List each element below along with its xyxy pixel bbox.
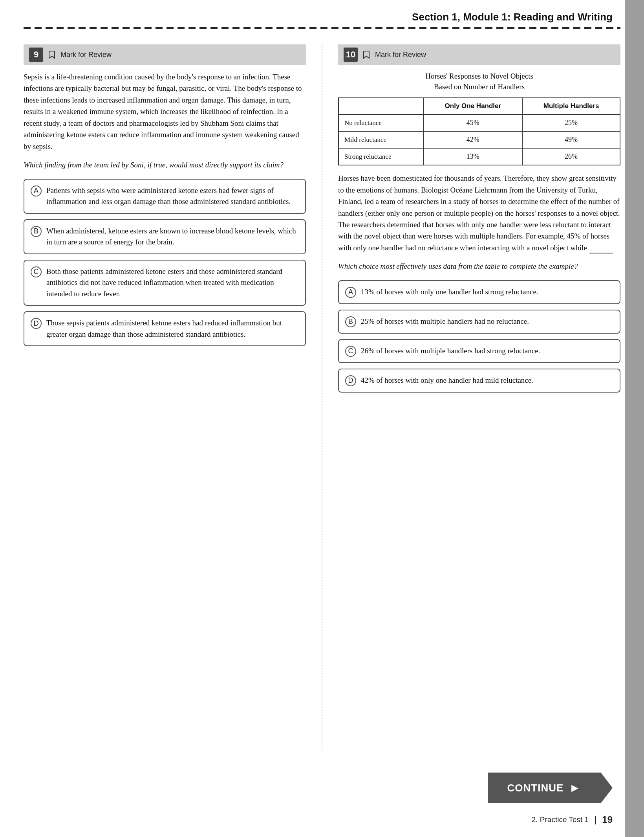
continue-arrow-icon: ► bbox=[569, 781, 581, 795]
table-row-1-multi: 25% bbox=[522, 114, 620, 131]
mark-review-9-label[interactable]: Mark for Review bbox=[60, 51, 112, 59]
table-header-1: Only One Handler bbox=[424, 98, 523, 114]
table-title: Horses' Responses to Novel Objects Based… bbox=[338, 71, 620, 92]
question-10-column: 10 Mark for Review Horses' Responses to … bbox=[322, 44, 620, 749]
choice-9-d-letter: D bbox=[31, 318, 42, 329]
page-info: 2. Practice Test 1 | 19 bbox=[0, 811, 644, 837]
question-9-choice-a[interactable]: A Patients with sepsis who were administ… bbox=[24, 179, 306, 214]
page-title: Section 1, Module 1: Reading and Writing bbox=[412, 11, 613, 23]
table-row-2-multi: 49% bbox=[522, 131, 620, 148]
table-row-3-one: 13% bbox=[424, 148, 523, 165]
table-row-2: Mild reluctance 42% 49% bbox=[338, 131, 620, 148]
continue-label: CONTINUE bbox=[507, 782, 564, 794]
choice-10-c-text: 26% of horses with multiple handlers had… bbox=[361, 345, 540, 357]
choice-9-b-text: When administered, ketone esters are kno… bbox=[46, 226, 299, 248]
table-row-2-one: 42% bbox=[424, 131, 523, 148]
table-title-line1: Horses' Responses to Novel Objects bbox=[338, 71, 620, 82]
footer: CONTINUE ► bbox=[0, 765, 644, 811]
header: Section 1, Module 1: Reading and Writing bbox=[0, 0, 644, 23]
question-9-prompt: Which finding from the team led by Soni,… bbox=[24, 159, 306, 171]
bookmark-icon-9[interactable] bbox=[48, 50, 56, 59]
bookmark-icon-10[interactable] bbox=[362, 50, 370, 59]
choice-10-b-letter: B bbox=[345, 316, 356, 327]
question-9-choice-b[interactable]: B When administered, ketone esters are k… bbox=[24, 219, 306, 254]
choice-9-b-letter: B bbox=[31, 226, 42, 237]
question-10-choice-a[interactable]: A 13% of horses with only one handler ha… bbox=[338, 280, 620, 304]
question-9-passage: Sepsis is a life-threatening condition c… bbox=[24, 71, 306, 152]
choice-9-a-letter: A bbox=[31, 185, 42, 196]
choice-10-d-letter: D bbox=[345, 375, 356, 386]
question-9-choice-d[interactable]: D Those sepsis patients administered ket… bbox=[24, 311, 306, 346]
mark-review-10-label[interactable]: Mark for Review bbox=[375, 51, 426, 59]
choice-10-d-text: 42% of horses with only one handler had … bbox=[361, 375, 533, 386]
sidebar bbox=[625, 0, 644, 837]
choice-10-a-letter: A bbox=[345, 287, 356, 298]
question-10-choice-d[interactable]: D 42% of horses with only one handler ha… bbox=[338, 369, 620, 393]
table-row-1: No reluctance 45% 25% bbox=[338, 114, 620, 131]
table-row-3-label: Strong reluctance bbox=[338, 148, 424, 165]
choice-10-b-text: 25% of horses with multiple handlers had… bbox=[361, 316, 529, 327]
page-info-pipe: | bbox=[594, 815, 596, 825]
table-header-2: Multiple Handlers bbox=[522, 98, 620, 114]
choice-9-d-text: Those sepsis patients administered keton… bbox=[46, 318, 299, 340]
choice-10-c-letter: C bbox=[345, 346, 356, 357]
question-9-choice-c[interactable]: C Both those patients administered keton… bbox=[24, 260, 306, 306]
table-title-line2: Based on Number of Handlers bbox=[338, 82, 620, 92]
table-row-3-multi: 26% bbox=[522, 148, 620, 165]
page: Section 1, Module 1: Reading and Writing… bbox=[0, 0, 644, 837]
main-content: 9 Mark for Review Sepsis is a life-threa… bbox=[0, 29, 644, 765]
choice-9-c-letter: C bbox=[31, 266, 42, 277]
passage-blank bbox=[589, 253, 613, 253]
table-row-2-label: Mild reluctance bbox=[338, 131, 424, 148]
page-info-prefix: 2. Practice Test 1 bbox=[532, 815, 589, 824]
table-row-1-label: No reluctance bbox=[338, 114, 424, 131]
table-row-3: Strong reluctance 13% 26% bbox=[338, 148, 620, 165]
table-row-1-one: 45% bbox=[424, 114, 523, 131]
horses-table: Only One Handler Multiple Handlers No re… bbox=[338, 97, 620, 165]
table-header-0 bbox=[338, 98, 424, 114]
question-10-passage: Horses have been domesticated for thousa… bbox=[338, 173, 620, 253]
choice-9-c-text: Both those patients administered ketone … bbox=[46, 266, 299, 300]
question-9-column: 9 Mark for Review Sepsis is a life-threa… bbox=[24, 44, 322, 749]
continue-button[interactable]: CONTINUE ► bbox=[488, 773, 613, 803]
question-9-header: 9 Mark for Review bbox=[24, 44, 306, 65]
question-10-prompt: Which choice most effectively uses data … bbox=[338, 261, 620, 272]
choice-10-a-text: 13% of horses with only one handler had … bbox=[361, 286, 538, 298]
choice-9-a-text: Patients with sepsis who were administer… bbox=[46, 185, 299, 207]
question-10-choice-b[interactable]: B 25% of horses with multiple handlers h… bbox=[338, 310, 620, 334]
question-10-choice-c[interactable]: C 26% of horses with multiple handlers h… bbox=[338, 339, 620, 363]
question-10-header: 10 Mark for Review bbox=[338, 44, 620, 65]
question-9-number: 9 bbox=[29, 48, 43, 62]
question-10-number: 10 bbox=[344, 48, 358, 62]
page-info-number: 19 bbox=[602, 814, 613, 825]
